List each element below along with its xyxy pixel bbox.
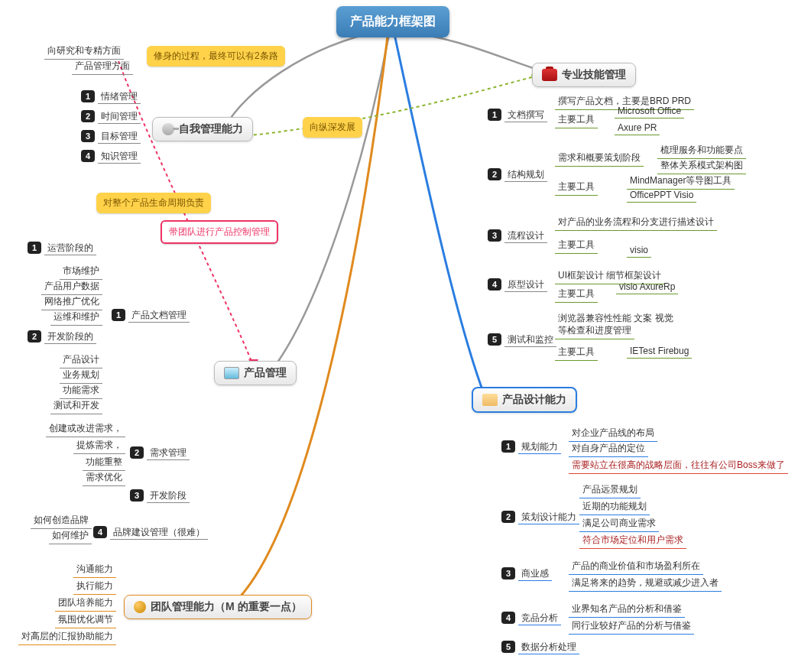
root-label: 产品能力框架图 xyxy=(350,15,436,28)
prod-p1d: 运维和维护 xyxy=(50,309,102,326)
people-icon xyxy=(134,601,146,613)
design-2b: 近期的功能规划 xyxy=(579,498,650,515)
design-4b: 同行业较好产品的分析与借鉴 xyxy=(569,618,694,635)
design-4a: 业界知名产品的分析和借鉴 xyxy=(569,601,685,618)
prof-item-4[interactable]: 4原型设计 xyxy=(488,278,547,291)
prof-4b1: visio AxureRp xyxy=(616,280,678,294)
prof-2a: 需求和概要策划阶段 xyxy=(555,150,644,167)
prof-5a2: 等检查和进度管理 xyxy=(555,323,634,339)
design-4[interactable]: 4竞品分析 xyxy=(501,612,561,625)
prof-2a1: 梳理服务和功能要点 xyxy=(657,142,746,159)
design-1c: 需要站立在很高的战略层面，往往有公司Boss来做了 xyxy=(569,457,788,474)
self-item-3[interactable]: 3目标管理 xyxy=(81,130,141,143)
folder-icon xyxy=(482,394,498,406)
prof-4b: 主要工具 xyxy=(555,286,598,303)
root-node[interactable]: 产品能力框架图 xyxy=(336,6,449,37)
prod-p1c: 网络推广优化 xyxy=(41,294,102,310)
prod-p2d: 测试和开发 xyxy=(50,398,102,414)
callout-1: 修身的过程，最终可以有2条路 xyxy=(147,46,285,67)
team-5: 对高层的汇报协助能力 xyxy=(18,628,116,645)
design-3[interactable]: 3商业感 xyxy=(501,567,552,580)
prof-2b: 主要工具 xyxy=(555,179,598,196)
design-1b: 对自身产品的定位 xyxy=(569,440,648,457)
design-2c: 满足公司商业需求 xyxy=(579,515,659,532)
branch-product-management[interactable]: 产品管理 xyxy=(214,361,297,385)
prod-m2c: 功能重整 xyxy=(83,454,125,471)
design-3a: 产品的商业价值和市场盈利所在 xyxy=(569,558,703,575)
prof-1b2: Axure PR xyxy=(615,121,660,135)
toolbox-icon xyxy=(542,69,557,81)
prod-m2b: 提炼需求， xyxy=(73,437,125,454)
prof-3b1: visio xyxy=(627,243,651,258)
prod-m1[interactable]: 1产品文档管理 xyxy=(112,309,190,322)
design-1[interactable]: 1规划能力 xyxy=(501,440,561,453)
team-2: 执行能力 xyxy=(73,578,116,595)
branch-self-label: 自我管理能力 xyxy=(179,122,243,136)
design-5[interactable]: 5数据分析处理 xyxy=(501,641,579,654)
design-1a: 对企业产品线的布局 xyxy=(569,425,657,442)
callout-4: 带团队进行产品控制管理 xyxy=(161,220,278,244)
prod-m4a: 如何创造品牌 xyxy=(31,512,92,529)
picture-icon xyxy=(224,367,239,379)
prod-p1b: 产品用户数据 xyxy=(41,278,102,295)
callout-2: 向纵深发展 xyxy=(303,117,362,138)
branch-design-label: 产品设计能力 xyxy=(502,393,566,407)
prof-item-2[interactable]: 2结构规划 xyxy=(488,168,547,181)
prof-1b: 主要工具 xyxy=(555,112,598,128)
branch-team-label: 团队管理能力（M 的重要一点） xyxy=(151,600,302,614)
branch-professional-skills[interactable]: 专业技能管理 xyxy=(532,63,636,87)
branch-product-design[interactable]: 产品设计能力 xyxy=(472,387,577,413)
prof-1b1: Microsoft Office xyxy=(615,104,684,118)
design-2[interactable]: 2策划设计能力 xyxy=(501,511,579,524)
team-3: 团队培养能力 xyxy=(55,595,116,612)
keys-icon xyxy=(162,123,174,135)
prod-m4[interactable]: 4品牌建设管理（很难） xyxy=(93,526,208,539)
branch-prod-label: 产品管理 xyxy=(244,366,287,380)
callout-3: 对整个产品生命周期负责 xyxy=(96,193,211,213)
team-4: 氛围优化调节 xyxy=(55,612,116,628)
prod-p1[interactable]: 1运营阶段的 xyxy=(28,242,96,255)
prod-m2d: 需求优化 xyxy=(83,469,125,486)
prod-m4b: 如何维护 xyxy=(49,528,92,544)
prod-m2a: 创建或改进需求， xyxy=(46,420,125,437)
prod-p2c: 功能需求 xyxy=(60,382,102,399)
self-item-1[interactable]: 1情绪管理 xyxy=(81,90,141,103)
prof-item-3[interactable]: 3流程设计 xyxy=(488,229,547,242)
prof-2b1: MindManager等导图工具 xyxy=(627,173,735,190)
design-3b: 满足将来的趋势，规避或减少进入者 xyxy=(569,575,722,592)
design-2a: 产品远景规划 xyxy=(579,482,641,498)
prod-p2[interactable]: 2开发阶段的 xyxy=(28,330,96,343)
prof-item-1[interactable]: 1文档撰写 xyxy=(488,109,547,122)
self-tip-1: 向研究和专精方面 xyxy=(44,43,124,60)
prod-m3[interactable]: 3开发阶段 xyxy=(130,489,190,502)
prof-item-5[interactable]: 5测试和监控 xyxy=(488,333,556,346)
self-item-4[interactable]: 4知识管理 xyxy=(81,150,141,163)
prod-p2a: 产品设计 xyxy=(60,352,102,368)
team-1: 沟通能力 xyxy=(73,561,116,578)
prof-3a: 对产品的业务流程和分支进行描述设计 xyxy=(555,214,717,231)
branch-team-management[interactable]: 团队管理能力（M 的重要一点） xyxy=(124,595,312,619)
prod-p1a: 市场维护 xyxy=(60,263,102,280)
branch-label: 专业技能管理 xyxy=(562,68,626,82)
self-item-2[interactable]: 2时间管理 xyxy=(81,110,141,123)
prod-p2b: 业务规划 xyxy=(60,367,102,384)
prod-m2[interactable]: 2需求管理 xyxy=(130,446,190,459)
prof-3b: 主要工具 xyxy=(555,237,598,254)
prof-2a2: 整体关系模式架构图 xyxy=(657,157,746,174)
self-tip-2: 产品管理方面 xyxy=(72,58,133,75)
prof-5b1: IETest Firebug xyxy=(627,344,692,359)
design-2d: 符合市场定位和用户需求 xyxy=(579,532,686,549)
branch-self-management[interactable]: 自我管理能力 xyxy=(152,117,253,141)
prof-5b: 主要工具 xyxy=(555,344,598,361)
prof-2b2: OfficePPT Visio xyxy=(627,188,696,203)
